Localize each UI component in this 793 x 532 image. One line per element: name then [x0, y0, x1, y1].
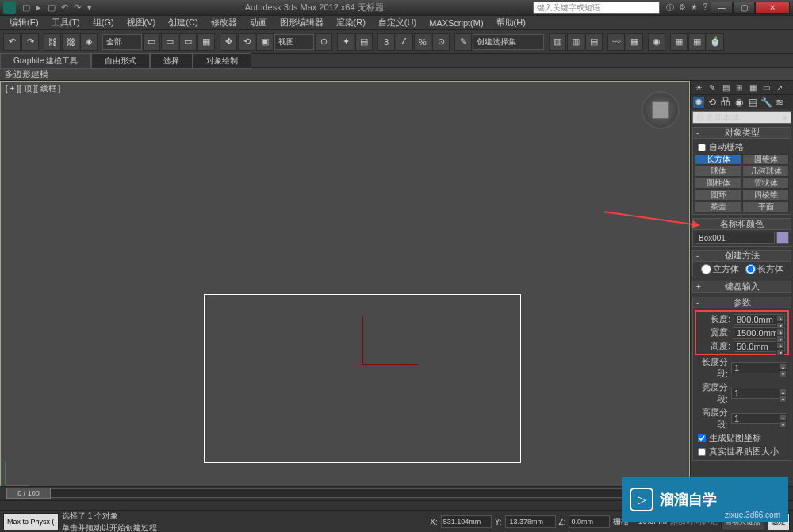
- select-name-icon[interactable]: ▭: [161, 33, 178, 51]
- schematic-icon[interactable]: ▦: [626, 33, 643, 51]
- coord-z-input[interactable]: 0.0mm: [569, 515, 610, 528]
- gen-map-checkbox[interactable]: 生成贴图坐标: [695, 431, 789, 445]
- ribbon-tab-paint[interactable]: 对象绘制: [193, 53, 251, 69]
- comm-icon[interactable]: ⚙: [679, 2, 686, 13]
- tool3-icon[interactable]: ⊞: [734, 82, 745, 94]
- primitive-plane-button[interactable]: 平面: [742, 201, 789, 212]
- light-icon[interactable]: ☀: [693, 82, 704, 94]
- qat-save-icon[interactable]: ▢: [46, 2, 57, 13]
- radio-cube[interactable]: 立方体: [701, 263, 739, 275]
- coord-x-input[interactable]: 531.104mm: [441, 515, 492, 528]
- hierarchy-tab-icon[interactable]: 品: [720, 97, 731, 108]
- layers-icon[interactable]: ▤: [585, 33, 603, 51]
- render-icon[interactable]: 🍵: [707, 33, 724, 51]
- category-dropdown[interactable]: 标准基本体▾: [692, 111, 791, 124]
- menu-maxscript[interactable]: MAXScript(M): [423, 17, 489, 29]
- unlink-icon[interactable]: ⛓: [62, 33, 79, 51]
- selection-filter-dropdown[interactable]: 全部: [102, 34, 142, 50]
- menu-animation[interactable]: 动画: [243, 15, 274, 30]
- keyboard-entry-header[interactable]: +键盘输入: [693, 281, 791, 293]
- percent-snap-icon[interactable]: %: [414, 33, 431, 51]
- menu-edit[interactable]: 编辑(E): [3, 15, 45, 30]
- manipulate-icon[interactable]: ✦: [337, 33, 354, 51]
- parameters-header[interactable]: -参数: [693, 297, 791, 308]
- ref-coord-dropdown[interactable]: 视图: [274, 34, 314, 50]
- align-icon[interactable]: ▥: [567, 33, 584, 51]
- lseg-spinner[interactable]: 1▴▾: [731, 362, 787, 373]
- viewport-gizmo[interactable]: [359, 316, 423, 372]
- create-tab-icon[interactable]: ✹: [693, 97, 704, 108]
- menu-help[interactable]: 帮助(H): [490, 15, 532, 30]
- qat-new-icon[interactable]: ▢: [21, 2, 32, 13]
- height-spinner[interactable]: 50.0mm▴▾: [734, 341, 785, 352]
- render-setup-icon[interactable]: ▦: [670, 33, 688, 51]
- help-search-input[interactable]: 键入关键字或短语: [533, 2, 660, 14]
- bind-icon[interactable]: ◈: [80, 33, 98, 51]
- object-type-header[interactable]: -对象类型: [693, 128, 791, 139]
- named-selection-dropdown[interactable]: 创建选择集: [473, 34, 544, 50]
- motion-tab-icon[interactable]: ◉: [734, 97, 745, 108]
- window-crossing-icon[interactable]: ▦: [197, 33, 215, 51]
- tool4-icon[interactable]: ▦: [747, 82, 758, 94]
- menu-grapheditors[interactable]: 图形编辑器: [274, 15, 330, 30]
- menu-customize[interactable]: 自定义(U): [372, 15, 423, 30]
- qat-more-icon[interactable]: ▾: [84, 2, 95, 13]
- angle-snap-icon[interactable]: ∠: [396, 33, 413, 51]
- curve-editor-icon[interactable]: 〰: [607, 33, 625, 51]
- primitive-box-button[interactable]: 长方体: [695, 154, 741, 165]
- ribbon-tab-graphite[interactable]: Graphite 建模工具: [0, 53, 91, 69]
- extra-tab-icon[interactable]: ≋: [774, 97, 785, 108]
- primitive-sphere-button[interactable]: 球体: [695, 166, 741, 177]
- qat-redo-icon[interactable]: ↷: [71, 2, 82, 13]
- utilities-tab-icon[interactable]: 🔧: [760, 97, 772, 108]
- viewcube[interactable]: [642, 91, 680, 129]
- scale-icon[interactable]: ▣: [256, 33, 274, 51]
- close-button[interactable]: ✕: [755, 2, 790, 14]
- auto-grid-checkbox[interactable]: 自动栅格: [695, 140, 789, 154]
- qat-open-icon[interactable]: ▸: [33, 2, 44, 13]
- viewport[interactable]: [ + ][ 顶 ][ 线框 ]: [0, 81, 690, 491]
- spinner-snap-icon[interactable]: ⊙: [432, 33, 450, 51]
- menu-group[interactable]: 组(G): [86, 15, 121, 30]
- rotate-icon[interactable]: ⟲: [238, 33, 255, 51]
- ribbon-tab-selection[interactable]: 选择: [150, 53, 193, 69]
- menu-create[interactable]: 创建(C): [162, 15, 204, 30]
- redo-icon[interactable]: ↷: [21, 33, 39, 51]
- ribbon-tab-freeform[interactable]: 自由形式: [91, 53, 150, 69]
- real-world-checkbox[interactable]: 真实世界贴图大小: [695, 445, 789, 458]
- minimize-button[interactable]: —: [711, 2, 733, 14]
- render-frame-icon[interactable]: ▦: [688, 33, 706, 51]
- menu-rendering[interactable]: 渲染(R): [330, 15, 372, 30]
- name-color-header[interactable]: -名称和颜色: [693, 219, 791, 230]
- pivot-icon[interactable]: ⊙: [315, 33, 332, 51]
- move-icon[interactable]: ✥: [220, 33, 237, 51]
- radio-box[interactable]: 长方体: [745, 263, 783, 275]
- link-icon[interactable]: ⛓: [44, 33, 61, 51]
- viewport-label[interactable]: [ + ][ 顶 ][ 线框 ]: [6, 83, 60, 94]
- primitive-cone-button[interactable]: 圆锥体: [742, 154, 789, 165]
- primitive-geosphere-button[interactable]: 几何球体: [742, 166, 789, 177]
- tool-icon[interactable]: ✎: [707, 82, 718, 94]
- creation-method-header[interactable]: -创建方法: [693, 251, 791, 262]
- width-spinner[interactable]: 1500.0mm▴▾: [734, 327, 785, 339]
- primitive-torus-button[interactable]: 圆环: [695, 189, 741, 201]
- menu-view[interactable]: 视图(V): [121, 15, 163, 30]
- wseg-spinner[interactable]: 1▴▾: [731, 388, 787, 399]
- info-icon[interactable]: ⓘ: [666, 2, 674, 13]
- keyboard-icon[interactable]: ▤: [355, 33, 373, 51]
- select-icon[interactable]: ▭: [143, 33, 160, 51]
- primitive-cylinder-button[interactable]: 圆柱体: [695, 178, 741, 189]
- primitive-pyramid-button[interactable]: 四棱锥: [742, 189, 789, 201]
- maximize-button[interactable]: ▢: [733, 2, 755, 14]
- modify-tab-icon[interactable]: ⟲: [707, 97, 718, 108]
- select-region-icon[interactable]: ▭: [179, 33, 197, 51]
- hseg-spinner[interactable]: 1▴▾: [731, 413, 787, 424]
- undo-icon[interactable]: ↶: [3, 33, 21, 51]
- qat-undo-icon[interactable]: ↶: [59, 2, 70, 13]
- tool6-icon[interactable]: ↗: [774, 82, 785, 94]
- tool5-icon[interactable]: ▭: [760, 82, 772, 94]
- tool2-icon[interactable]: ▤: [720, 82, 731, 94]
- snap-icon[interactable]: 3: [377, 33, 395, 51]
- material-editor-icon[interactable]: ◉: [648, 33, 665, 51]
- primitive-tube-button[interactable]: 管状体: [742, 178, 789, 189]
